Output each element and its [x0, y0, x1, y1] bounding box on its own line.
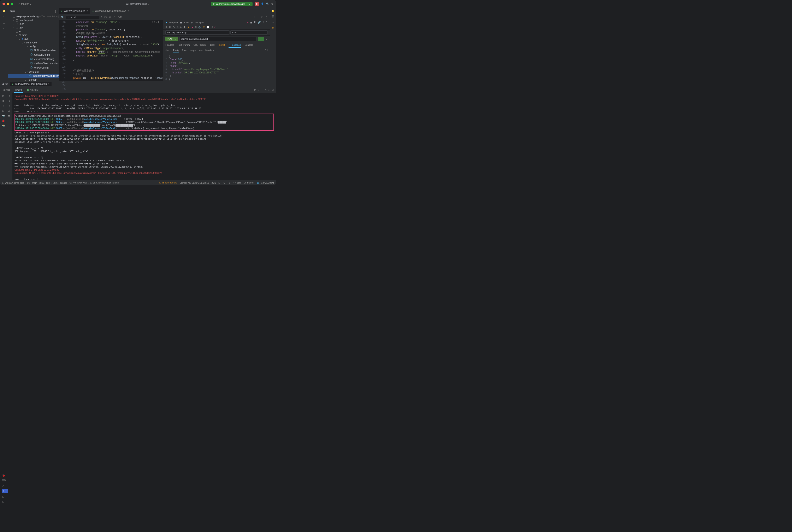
breadcrumbs[interactable]: ▢ wx-play-demo-blog › src › main › java … — [2, 181, 157, 184]
gear-icon[interactable]: 📸 — [2, 124, 5, 127]
tool-icon[interactable]: ⟪ — [214, 26, 216, 28]
tool-icon[interactable]: ⇤ — [269, 89, 270, 91]
request-tab[interactable]: URL Params — [194, 42, 207, 48]
print-icon[interactable]: 🖨 — [8, 110, 11, 112]
rerun-icon[interactable]: ⟳ — [2, 95, 4, 97]
regex-btn[interactable]: .* — [113, 16, 115, 19]
url-input[interactable] — [180, 37, 257, 41]
tool-icon[interactable]: ↑ — [261, 89, 263, 91]
tree-node[interactable]: ⌄▫ domain — [8, 78, 59, 81]
tool-icon[interactable]: < — [211, 26, 213, 28]
response-json-view[interactable]: 12345678 { "code":200, "msg":"操作成功", "da… — [163, 53, 270, 82]
tree-node[interactable]: Ⓒ BigNumberSerializer — [8, 48, 59, 53]
request-tab[interactable]: > Response — [228, 42, 241, 48]
tree-node[interactable]: ›▢ .idea — [8, 22, 59, 26]
search-input[interactable] — [66, 15, 99, 19]
navigate-link[interactable]: Navigate — [195, 21, 204, 24]
response-subtab[interactable]: Info — [199, 48, 202, 53]
structure-icon[interactable]: ◫ — [3, 21, 5, 24]
code-editor[interactable]: 1161171181191201211221231241251261271281… — [59, 20, 163, 81]
tool-icon[interactable]: ✎ — [173, 26, 175, 28]
tree-node[interactable]: ⌄▫ config — [8, 44, 59, 48]
tool-icon[interactable]: ⬆ — [184, 26, 186, 28]
close-icon[interactable]: × — [128, 10, 129, 13]
env-name-dropdown[interactable]: local — [231, 31, 268, 35]
breadcrumb-item[interactable]: Ⓒ WxPayService — [70, 181, 87, 184]
stop-icon[interactable]: ■ — [2, 99, 4, 102]
layout-icon[interactable]: ⊞ — [2, 110, 4, 112]
breadcrumb-item[interactable]: wx-play-demo-blog — [5, 182, 24, 184]
search-icon[interactable]: 🔍 — [266, 2, 269, 5]
env-project-dropdown[interactable]: wx-play-demo-blog — [165, 31, 229, 35]
debug-session-tab[interactable]: ● WxPlayDemoBlogApplication × — [10, 82, 52, 86]
tool-icon[interactable]: ● — [191, 26, 193, 28]
tree-node[interactable]: ⌄▢ src — [8, 30, 59, 33]
maven-icon[interactable]: m — [272, 21, 274, 24]
tree-root[interactable]: ⌄▢ wx-play-demo-blog ~/Documents/project — [8, 15, 59, 18]
tool-icon[interactable]: 🔗 — [198, 26, 201, 28]
response-subtab[interactable]: Json — [165, 48, 170, 53]
editor-tab[interactable]: ●WxPayService.java× — [59, 8, 90, 14]
inspection-badge[interactable]: ⚠ 2 ✓ 1 — [151, 21, 159, 23]
tree-node[interactable]: ⌄▫ com.yby6 — [8, 41, 59, 44]
grid-icon[interactable]: ▦ — [250, 21, 252, 24]
breadcrumb-item[interactable]: service — [60, 182, 67, 184]
tree-node[interactable]: ›▢ .mvn — [8, 26, 59, 30]
tree-node[interactable]: Ⓒ MyBatisPlusConfig — [8, 57, 59, 61]
stop-button[interactable]: ■ — [255, 2, 259, 6]
words-btn[interactable]: W — [109, 16, 111, 19]
bookmark-icon[interactable]: ⋯ — [3, 15, 5, 18]
tree-node[interactable]: ›▢ .fastRequest — [8, 18, 59, 22]
request-link[interactable]: Request — [169, 21, 178, 24]
debug-subtab[interactable]: 调试器 — [2, 88, 12, 93]
breadcrumb-item[interactable]: java — [39, 182, 43, 184]
project-title[interactable]: wx-play-demo-blog ⌄ — [126, 2, 150, 5]
tool-icon[interactable]: ⊞ — [195, 26, 197, 28]
request-tab[interactable]: Headers — [165, 42, 174, 48]
tree-node[interactable]: ⌄▢ main — [8, 33, 59, 37]
tool-icon[interactable]: ⋯ — [217, 26, 220, 28]
cursor-position[interactable]: 39:1 — [211, 182, 216, 184]
bug-icon[interactable]: 🐞 — [2, 119, 5, 122]
grid-icon[interactable]: ▦ — [257, 182, 259, 184]
db-icon[interactable]: 🗄 — [254, 21, 256, 24]
git-branch-selector[interactable]: master ⌄ — [17, 2, 32, 5]
response-subtab[interactable]: Image — [189, 48, 196, 53]
close-window-btn[interactable] — [2, 3, 5, 5]
encoding[interactable]: UTF-8 — [224, 182, 230, 184]
tool-icon[interactable]: ⎘ — [177, 26, 178, 28]
tool-icon[interactable]: ⬇ — [180, 26, 182, 28]
scroll-icon[interactable]: ↑ — [9, 95, 10, 97]
blame-info[interactable]: Blame: You 2023/6/11, 22:59 — [180, 182, 209, 184]
breadcrumb-item[interactable]: src — [27, 182, 30, 184]
tree-node[interactable]: Ⓒ MyMetaObjectHandler — [8, 61, 59, 65]
request-tab[interactable]: Console — [244, 42, 253, 48]
indent-label[interactable]: ⇥ 4 空格 — [233, 181, 241, 184]
heart-icon[interactable]: ♥ — [247, 21, 248, 24]
request-tab[interactable]: Body — [210, 42, 215, 48]
request-tab[interactable]: Script — [219, 42, 225, 48]
tool-icon[interactable]: ▤ — [169, 26, 171, 28]
debug-subtab[interactable]: 控制台 — [14, 88, 23, 93]
maximize-window-btn[interactable] — [11, 3, 13, 5]
warnings-badge[interactable]: ⚠ 43 △/no remote — [159, 182, 177, 184]
tool-icon[interactable]: 🕐 — [206, 26, 209, 28]
clear-icon[interactable]: 🗑 — [8, 114, 11, 117]
gear-icon[interactable]: ⚙ — [271, 2, 274, 5]
camera-icon[interactable]: 📷 — [2, 114, 5, 117]
tree-node[interactable]: ⌄▫ controller — [8, 70, 59, 74]
tool-icon[interactable]: ⎙ — [272, 89, 274, 91]
breadcrumb-item[interactable]: main — [32, 182, 37, 184]
help-icon[interactable]: ? — [262, 21, 264, 24]
minimize-icon[interactable]: — — [271, 82, 274, 86]
breadcrumb-item[interactable]: com — [46, 182, 50, 184]
tree-node[interactable]: Ⓒ JacksonConfig — [8, 53, 59, 57]
more-icon[interactable]: ⋮ — [267, 82, 269, 86]
match-case-btn[interactable]: Cc — [104, 16, 107, 19]
chevron-down-icon[interactable]: ⌄ — [265, 37, 268, 40]
tool-icon[interactable]: ⟳ — [165, 26, 167, 28]
tool-icon[interactable]: ▲ — [187, 26, 190, 28]
db-icon[interactable]: 🗄 — [272, 15, 274, 18]
next-match-btn[interactable]: ↓ — [257, 16, 259, 19]
tool-icon[interactable]: ⊞ — [254, 89, 256, 91]
